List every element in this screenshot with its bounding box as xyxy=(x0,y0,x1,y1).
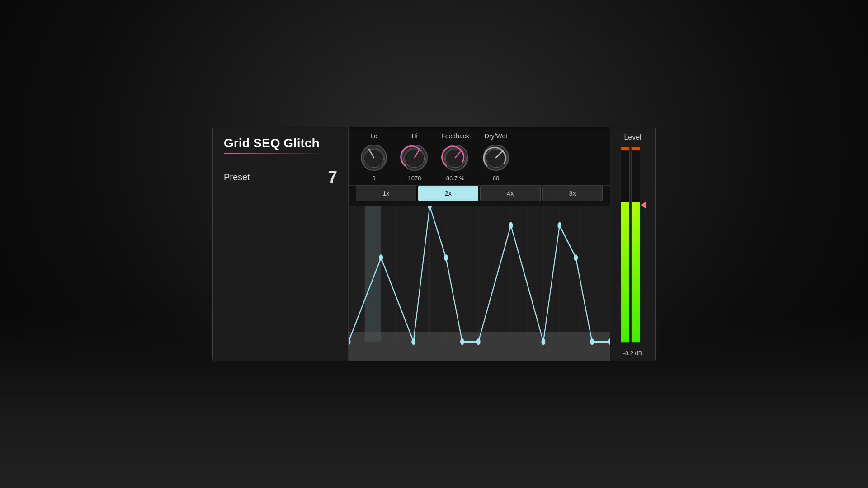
lo-value: 3 xyxy=(372,175,375,182)
lo-knob-group: Lo 3 xyxy=(356,132,392,182)
mult-2x[interactable]: 2x xyxy=(418,186,479,201)
svg-point-36 xyxy=(476,338,481,345)
plugin-window: Grid SEQ Glitch Preset 7 Lo xyxy=(212,127,656,361)
title-underline xyxy=(224,153,323,154)
feedback-knob[interactable] xyxy=(441,143,470,172)
drywet-label: Dry/Wet xyxy=(485,132,507,140)
mult-8x[interactable]: 8x xyxy=(542,186,603,201)
mult-4x[interactable]: 4x xyxy=(480,186,541,201)
meter-bar-left xyxy=(621,147,630,343)
meter-fill-right xyxy=(632,202,640,342)
feedback-label: Feedback xyxy=(441,132,469,140)
hi-label: Hi xyxy=(411,132,417,140)
multiplier-row: 1x 2x 4x 8x xyxy=(349,186,610,206)
mult-1x[interactable]: 1x xyxy=(356,186,416,201)
svg-point-41 xyxy=(590,338,594,345)
meter-marker-icon xyxy=(641,202,646,209)
lo-label: Lo xyxy=(370,132,377,140)
db-label: -8.2 dB xyxy=(623,350,642,357)
lo-knob[interactable] xyxy=(359,143,388,172)
drywet-value: 60 xyxy=(493,175,499,182)
svg-point-37 xyxy=(509,222,513,229)
meter-clip-right xyxy=(632,147,640,150)
sequencer-area[interactable] xyxy=(349,206,610,361)
middle-panel: Lo 3 Hi xyxy=(349,127,610,361)
svg-point-34 xyxy=(444,254,448,261)
meter-fill-left xyxy=(621,202,629,342)
preset-row: Preset 7 xyxy=(224,168,337,187)
preset-value[interactable]: 7 xyxy=(328,168,337,187)
svg-point-40 xyxy=(574,254,578,261)
svg-point-35 xyxy=(460,338,464,345)
sequencer-canvas xyxy=(349,206,610,361)
hi-value: 1078 xyxy=(408,175,421,182)
svg-rect-29 xyxy=(349,332,610,361)
meter-bar-right xyxy=(631,147,640,343)
right-panel: Level -8.2 dB xyxy=(610,127,655,361)
left-panel: Grid SEQ Glitch Preset 7 xyxy=(213,127,349,361)
svg-point-32 xyxy=(411,338,415,345)
level-label: Level xyxy=(624,133,641,141)
feedback-knob-group: Feedback 86.7 % xyxy=(437,132,473,182)
svg-rect-28 xyxy=(365,206,381,342)
plugin-title: Grid SEQ Glitch xyxy=(224,136,337,150)
hi-knob-group: Hi 1078 xyxy=(396,132,433,182)
drywet-knob-group: Dry/Wet 60 xyxy=(478,132,514,182)
svg-point-39 xyxy=(557,222,561,229)
feedback-value: 86.7 % xyxy=(446,175,464,182)
meter-clip-left xyxy=(621,147,629,150)
hi-knob[interactable] xyxy=(400,143,429,172)
controls-row: Lo 3 Hi xyxy=(349,127,610,186)
svg-point-31 xyxy=(379,254,383,261)
svg-point-38 xyxy=(541,338,545,345)
preset-label: Preset xyxy=(224,172,250,183)
drywet-knob[interactable] xyxy=(481,143,510,172)
